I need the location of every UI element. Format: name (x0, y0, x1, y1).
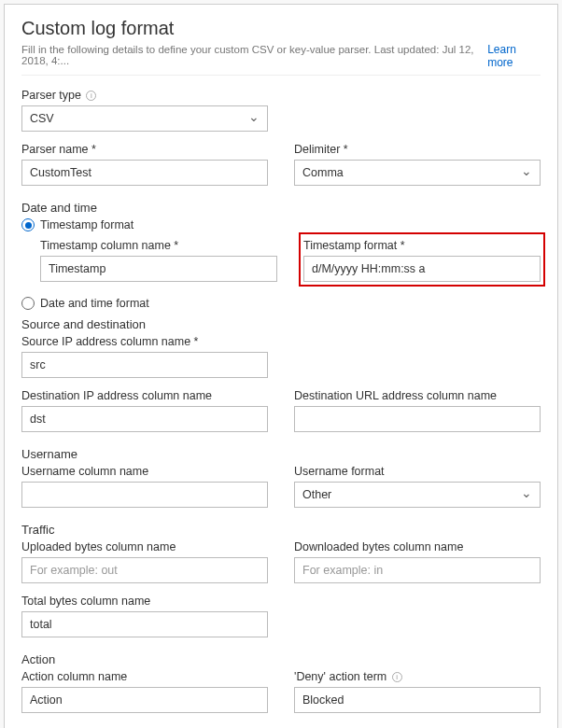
src-ip-input[interactable] (21, 352, 268, 378)
srcdst-section: Source and destination (21, 317, 541, 331)
total-bytes-input[interactable] (21, 611, 268, 637)
downloaded-input[interactable] (294, 557, 541, 583)
delimiter-select[interactable]: Comma (294, 160, 541, 186)
ts-format-select[interactable]: d/M/yyyy HH:mm:ss a (303, 256, 541, 282)
username-fmt-label: Username format (294, 465, 541, 478)
ts-format-label: Timestamp format (303, 239, 541, 252)
delimiter-label: Delimiter (294, 143, 541, 156)
radio-timestamp-format[interactable]: Timestamp format (21, 218, 541, 231)
traffic-section: Traffic (21, 523, 541, 537)
username-col-input[interactable] (21, 482, 268, 508)
dst-ip-input[interactable] (21, 406, 268, 432)
uploaded-input[interactable] (21, 557, 268, 583)
parser-name-label: Parser name (21, 143, 268, 156)
ts-column-input[interactable] (40, 256, 277, 282)
info-icon[interactable]: i (392, 672, 402, 682)
deny-term-input[interactable] (294, 687, 541, 713)
parser-type-label: Parser type i (21, 89, 268, 102)
src-ip-label: Source IP address column name (21, 335, 268, 348)
datetime-section: Date and time (21, 201, 541, 215)
parser-type-select[interactable]: CSV (21, 105, 268, 132)
uploaded-label: Uploaded bytes column name (21, 540, 268, 553)
downloaded-label: Downloaded bytes column name (294, 540, 541, 553)
info-icon[interactable]: i (86, 91, 96, 101)
parser-name-input[interactable] (21, 160, 268, 186)
action-col-input[interactable] (21, 687, 268, 713)
action-section: Action (21, 652, 541, 666)
radio-off-icon (21, 297, 35, 310)
ts-column-label: Timestamp column name (40, 239, 277, 252)
dst-url-input[interactable] (294, 406, 541, 432)
dst-ip-label: Destination IP address column name (21, 389, 268, 402)
dst-url-label: Destination URL address column name (294, 389, 541, 402)
radio-date-time-format[interactable]: Date and time format (21, 297, 541, 310)
deny-term-label: 'Deny' action term i (294, 670, 541, 683)
username-fmt-select[interactable]: Other (294, 482, 541, 508)
learn-more-link[interactable]: Learn more (487, 43, 541, 69)
username-col-label: Username column name (21, 465, 268, 478)
radio-on-icon (21, 218, 35, 231)
page-title: Custom log format (21, 18, 541, 39)
total-bytes-label: Total bytes column name (21, 595, 268, 608)
action-col-label: Action column name (21, 670, 268, 683)
page-subtitle: Fill in the following details to define … (21, 44, 487, 66)
username-section: Username (21, 447, 541, 461)
custom-log-format-panel: Custom log format Fill in the following … (4, 4, 558, 728)
